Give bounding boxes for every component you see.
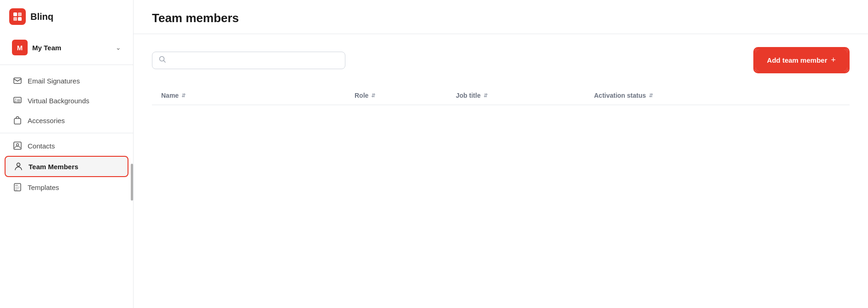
- svg-rect-1: [18, 12, 22, 16]
- logo-icon: [9, 8, 26, 25]
- image-icon: [13, 96, 22, 105]
- app-name: Blinq: [30, 12, 53, 22]
- main-content-area: Team members Add team member +: [134, 0, 868, 308]
- main-header: Team members: [134, 0, 868, 34]
- svg-rect-9: [14, 118, 21, 124]
- sidebar: Blinq M My Team ⌄ Email Signatures: [0, 0, 134, 308]
- search-box[interactable]: [152, 52, 345, 69]
- sidebar-item-label-accessories: Accessories: [28, 117, 65, 124]
- add-team-member-button[interactable]: Add team member +: [756, 49, 847, 71]
- sidebar-item-label-templates: Templates: [28, 184, 59, 191]
- search-icon: [159, 56, 166, 65]
- chevron-down-icon: ⌄: [116, 44, 121, 51]
- page-title: Team members: [152, 11, 850, 25]
- svg-rect-19: [15, 188, 19, 189]
- person-icon: [14, 162, 23, 171]
- sidebar-item-virtual-backgrounds[interactable]: Virtual Backgrounds: [5, 91, 128, 110]
- email-icon: [13, 76, 22, 85]
- team-avatar: M: [12, 40, 28, 55]
- svg-line-22: [164, 60, 166, 62]
- col-role-label: Role: [355, 92, 368, 99]
- svg-rect-3: [18, 17, 22, 21]
- col-header-role[interactable]: Role ⇵: [355, 92, 456, 99]
- svg-point-15: [17, 163, 20, 166]
- svg-rect-18: [15, 187, 20, 188]
- svg-rect-6: [14, 101, 17, 102]
- sidebar-item-accessories[interactable]: Accessories: [5, 111, 128, 130]
- sidebar-item-label-team-members: Team Members: [29, 163, 78, 171]
- sidebar-item-templates[interactable]: Templates: [5, 178, 128, 197]
- sidebar-item-team-members[interactable]: Team Members: [5, 156, 128, 177]
- svg-rect-20: [15, 190, 17, 190]
- sort-icon-activation: ⇵: [649, 93, 653, 99]
- svg-rect-4: [14, 78, 21, 83]
- sidebar-item-label-contacts: Contacts: [28, 142, 55, 150]
- svg-rect-7: [17, 99, 20, 102]
- team-selector[interactable]: M My Team ⌄: [5, 35, 128, 60]
- sidebar-nav: Email Signatures Virtual Backgrounds: [0, 68, 133, 308]
- template-icon: [13, 183, 22, 192]
- team-name: My Team: [32, 44, 111, 52]
- col-job-label: Job title: [456, 92, 481, 99]
- col-header-name[interactable]: Name ⇵: [152, 92, 355, 99]
- svg-rect-17: [15, 185, 18, 186]
- sidebar-item-email-signatures[interactable]: Email Signatures: [5, 71, 128, 90]
- sidebar-divider-mid: [0, 133, 133, 133]
- col-activation-label: Activation status: [594, 92, 646, 99]
- col-name-label: Name: [161, 92, 179, 99]
- add-team-member-label: Add team member: [767, 56, 827, 64]
- svg-point-11: [17, 144, 19, 146]
- sort-icon-name: ⇵: [181, 93, 186, 99]
- app-logo-area: Blinq: [0, 0, 133, 33]
- toolbar: Add team member +: [152, 47, 850, 73]
- sidebar-item-contacts[interactable]: Contacts: [5, 136, 128, 155]
- sort-icon-role: ⇵: [371, 93, 375, 99]
- add-team-member-button-wrapper: Add team member +: [753, 47, 850, 73]
- sidebar-item-label-virtual-backgrounds: Virtual Backgrounds: [28, 97, 89, 105]
- contacts-icon: [13, 141, 22, 150]
- sort-icon-job: ⇵: [484, 93, 488, 99]
- table-body: [152, 105, 850, 243]
- table-header: Name ⇵ Role ⇵ Job title ⇵ Activation sta…: [152, 86, 850, 105]
- main-body: Add team member + Name ⇵ Role ⇵ Job titl…: [134, 34, 868, 308]
- col-header-job-title[interactable]: Job title ⇵: [456, 92, 594, 99]
- bag-icon: [13, 116, 22, 125]
- svg-rect-0: [13, 12, 17, 16]
- plus-icon: +: [831, 55, 836, 65]
- search-input[interactable]: [170, 57, 338, 64]
- sidebar-divider-top: [0, 65, 133, 65]
- svg-point-8: [15, 99, 17, 100]
- svg-rect-2: [13, 17, 17, 21]
- col-header-activation-status[interactable]: Activation status ⇵: [594, 92, 850, 99]
- sidebar-item-label-email-signatures: Email Signatures: [28, 77, 80, 85]
